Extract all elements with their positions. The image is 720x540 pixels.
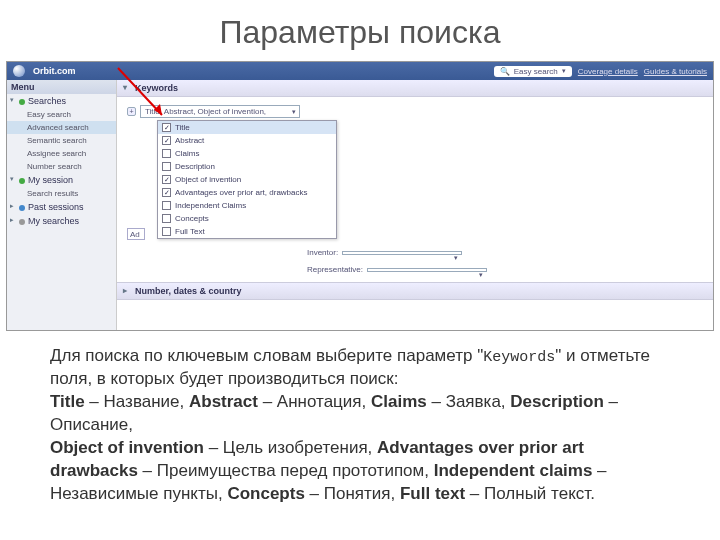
coverage-link[interactable]: Coverage details (578, 67, 638, 76)
panel-numbers-dates[interactable]: Number, dates & country (117, 282, 713, 300)
representative-combo[interactable]: ▾ (367, 268, 487, 272)
checkbox-icon[interactable] (162, 227, 171, 236)
sidebar-item[interactable]: Search results (7, 187, 116, 200)
dropdown-option[interactable]: Claims (158, 147, 336, 160)
svg-line-0 (118, 68, 162, 115)
inventor-combo[interactable]: ▾ (342, 251, 462, 255)
sidebar-item[interactable]: Advanced search (7, 121, 116, 134)
checkbox-icon[interactable]: ✓ (162, 175, 171, 184)
sidebar-item[interactable]: Easy search (7, 108, 116, 121)
dropdown-option-label: Abstract (175, 136, 204, 145)
sidebar-group[interactable]: My session (7, 173, 116, 187)
sidebar-group[interactable]: My searches (7, 214, 116, 228)
sidebar-header: Menu (7, 80, 116, 94)
dropdown-option[interactable]: ✓Advantages over prior art, drawbacks (158, 186, 336, 199)
pointer-arrow (110, 60, 180, 134)
checkbox-icon[interactable] (162, 149, 171, 158)
dropdown-option[interactable]: Independent Claims (158, 199, 336, 212)
sidebar-item[interactable]: Number search (7, 160, 116, 173)
dropdown-option[interactable]: Description (158, 160, 336, 173)
sidebar-item[interactable]: Assignee search (7, 147, 116, 160)
representative-label: Representative: (307, 265, 363, 274)
chevron-down-icon: ▾ (292, 108, 296, 116)
dropdown-option[interactable]: ✓Abstract (158, 134, 336, 147)
easy-search-pill[interactable]: 🔍 Easy search ▾ (494, 66, 572, 77)
inventor-label: Inventor: (307, 248, 338, 257)
dropdown-option-label: Description (175, 162, 215, 171)
guides-link[interactable]: Guides & tutorials (644, 67, 707, 76)
caption-text: Для поиска по ключевым словам выберите п… (50, 345, 670, 506)
sidebar: Menu SearchesEasy searchAdvanced searchS… (7, 80, 117, 330)
svg-marker-1 (154, 104, 162, 115)
dropdown-option[interactable]: Full Text (158, 225, 336, 238)
checkbox-icon[interactable] (162, 201, 171, 210)
checkbox-icon[interactable]: ✓ (162, 136, 171, 145)
dropdown-option-label: Claims (175, 149, 199, 158)
panel-keywords[interactable]: Keywords (117, 80, 713, 97)
dropdown-option-label: Object of invention (175, 175, 241, 184)
sidebar-item[interactable]: Semantic search (7, 134, 116, 147)
dropdown-option[interactable]: Concepts (158, 212, 336, 225)
chevron-down-icon: ▾ (562, 67, 566, 75)
keywords-dropdown[interactable]: ✓Title✓AbstractClaimsDescription✓Object … (157, 120, 337, 239)
checkbox-icon[interactable] (162, 214, 171, 223)
dropdown-option-label: Concepts (175, 214, 209, 223)
search-icon: 🔍 (500, 67, 510, 76)
dropdown-option-label: Full Text (175, 227, 205, 236)
sidebar-group[interactable]: Searches (7, 94, 116, 108)
dropdown-option[interactable]: ✓Object of invention (158, 173, 336, 186)
dropdown-option-label: Advantages over prior art, drawbacks (175, 188, 308, 197)
dropdown-option-label: Independent Claims (175, 201, 246, 210)
checkbox-icon[interactable]: ✓ (162, 188, 171, 197)
easy-search-label: Easy search (514, 67, 558, 76)
dropdown-option[interactable]: ✓Title (158, 121, 336, 134)
checkbox-icon[interactable] (162, 162, 171, 171)
sidebar-group[interactable]: Past sessions (7, 200, 116, 214)
slide-title: Параметры поиска (0, 0, 720, 61)
logo-icon (13, 65, 25, 77)
content-area: Keywords + Title, Abstract, Object of in… (117, 80, 713, 330)
brand-text: Orbit.com (33, 66, 76, 76)
small-input[interactable] (127, 228, 145, 240)
